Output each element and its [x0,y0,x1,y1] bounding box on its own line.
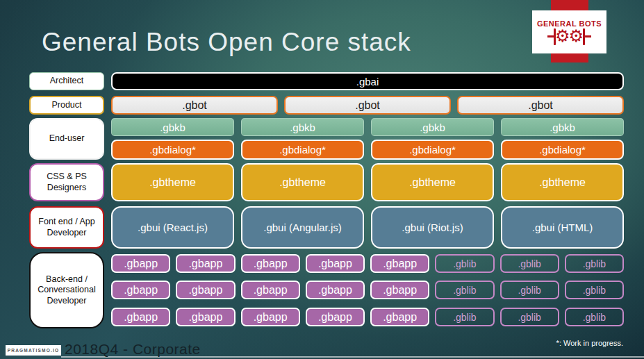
gbdialog-row: .gbdialog* .gbdialog* .gbdialog* .gbdial… [111,140,624,160]
gbdialog-box: .gbdialog* [371,140,494,160]
gbtheme-box: .gbtheme [241,163,364,201]
pragmatismo-logo: PRAGMATISMO.IO [6,345,61,356]
gbapp-box: .gbapp [111,281,170,299]
gbapp-box: .gbapp [370,281,429,299]
gbapp-box: .gbapp [370,254,429,273]
gbot-row: .gbot .gbot .gbot [111,96,624,115]
gbapp-box: .gbapp [176,308,235,326]
gear-icon: ⚙ [555,28,570,44]
gbkb-box: .gbkb [241,118,364,136]
gbkb-box: .gbkb [111,118,234,136]
gbai-box: .gbai [111,72,624,90]
gbapp-box: .gbapp [241,254,300,273]
gbkb-box: .gbkb [371,118,494,136]
gbkb-box: .gbkb [501,118,624,136]
gbui-row: .gbui (React.js) .gbui (Angular.js) .gbu… [111,206,624,249]
gblib-box: .gblib [565,281,624,299]
gbapp-box: .gbapp [370,308,429,326]
gbui-riot-box: .gbui (Riot.js) [371,206,494,249]
gbdialog-box: .gbdialog* [501,140,624,160]
gblib-box: .gblib [500,281,559,299]
gbot-box: .gbot [111,96,278,115]
gbtheme-row: .gbtheme .gbtheme .gbtheme .gbtheme [111,163,624,201]
gbapp-box: .gbapp [111,308,170,326]
gbai-row: .gbai [111,72,624,90]
role-label-product: Product [29,96,104,115]
gbdialog-box: .gbdialog* [111,140,234,160]
gbtheme-box: .gbtheme [501,163,624,201]
gblib-box: .gblib [565,254,624,273]
backend-grid-row: .gbapp .gbapp .gbapp .gbapp .gbapp .gbli… [111,254,624,273]
gblib-box: .gblib [565,308,624,326]
gbapp-box: .gbapp [306,308,365,326]
gbui-html-box: .gbui (HTML) [501,206,624,249]
backend-grid-row: .gbapp .gbapp .gbapp .gbapp .gbapp .gbli… [111,308,624,326]
role-label-architect: Architect [29,72,104,90]
gblib-box: .gblib [500,308,559,326]
footer-caption: 2018Q4 - Corporate [65,341,201,358]
gbui-react-box: .gbui (React.js) [111,206,234,249]
general-bots-logo: GENERAL BOTS ⚙⚙ [532,10,606,53]
role-label-end-user: End-user [29,118,104,160]
backend-grid-row: .gbapp .gbapp .gbapp .gbapp .gbapp .gbli… [111,281,624,299]
gbtheme-box: .gbtheme [111,163,234,201]
page-title: General Bots Open Core stack [42,28,411,57]
gbapp-box: .gbapp [241,308,300,326]
gbapp-box: .gbapp [176,281,235,299]
gears-icon: ⚙⚙ [547,28,591,45]
gbapp-box: .gbapp [111,254,170,273]
role-label-css-ps-designers: CSS & PS Designers [29,163,104,201]
gbapp-box: .gbapp [306,281,365,299]
work-in-progress-note: *: Work in progress. [556,339,623,347]
gblib-box: .gblib [435,308,494,326]
gbui-angular-box: .gbui (Angular.js) [241,206,364,249]
gbapp-box: .gbapp [176,254,235,273]
gear-axle-tick [547,35,554,37]
gbot-box: .gbot [457,96,624,115]
gbdialog-box: .gbdialog* [241,140,364,160]
gbapp-box: .gbapp [241,281,300,299]
gbkb-row: .gbkb .gbkb .gbkb .gbkb [111,118,624,136]
gblib-box: .gblib [435,254,494,273]
gblib-box: .gblib [435,281,494,299]
role-label-backend-conversational-developer: Back-end / Conversational Developer [29,252,104,328]
gbapp-box: .gbapp [306,254,365,273]
gbtheme-box: .gbtheme [371,163,494,201]
slide: General Bots Open Core stack GENERAL BOT… [0,0,644,359]
gblib-box: .gblib [500,254,559,273]
gear-icon: ⚙ [569,28,584,44]
role-label-frontend-app-developer: Font end / App Developer [29,206,104,249]
gear-axle-tick [585,35,591,37]
gbot-box: .gbot [284,96,451,115]
